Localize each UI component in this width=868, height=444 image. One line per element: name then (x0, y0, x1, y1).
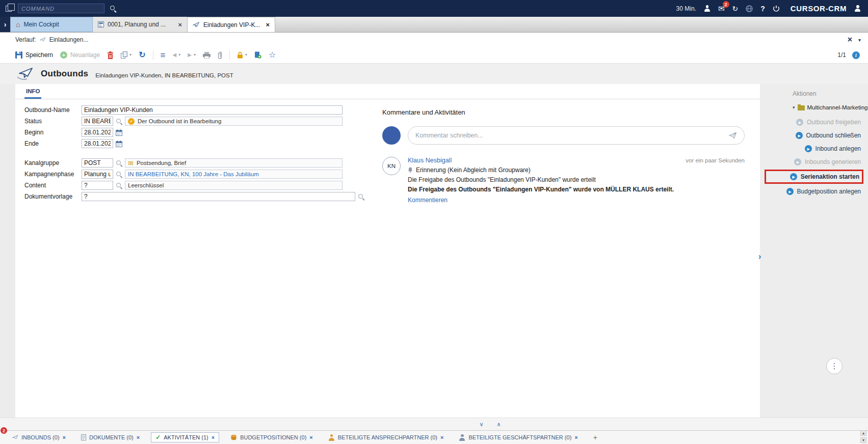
add-tab-button[interactable]: + (589, 433, 601, 441)
panel-expand-icon[interactable]: › (758, 252, 761, 261)
activity-author-link[interactable]: Klaus Nesbigall (408, 157, 452, 164)
new-record-icon: + (60, 51, 67, 59)
delete-button[interactable] (107, 51, 114, 59)
action-outbound-schliessen[interactable]: ▶ Outbound schließen (760, 129, 868, 142)
action-outbound-freigeben[interactable]: ▶ Outbound freigeben (760, 116, 868, 129)
tab-overflow-chevron[interactable]: › (0, 17, 10, 32)
print-button[interactable] (203, 52, 211, 59)
activity-line: Die Freigabe des Outbounds "Einladungen … (408, 186, 745, 193)
close-tab-icon[interactable]: × (212, 435, 215, 440)
reminder-text: Erinnerung (Kein Abgleich mit Groupware) (416, 166, 531, 174)
folder-icon (798, 105, 805, 110)
status-lookup-icon[interactable] (116, 118, 122, 125)
ende-calendar-icon[interactable] (116, 141, 122, 147)
kanalgruppe-lookup-icon[interactable] (116, 160, 122, 166)
window-copy-icon[interactable] (6, 6, 12, 12)
close-view-icon[interactable]: × (848, 36, 852, 44)
tab-mein-cockpit[interactable]: ⌂ Mein Cockpit (10, 17, 93, 32)
lock-button[interactable]: ▾ (237, 51, 247, 59)
field-dokumentvorlage: Dokumentvorlage (24, 191, 368, 202)
activity-line: Die Freigabe des Outbounds "Einladungen … (408, 176, 745, 183)
help-icon[interactable]: ? (760, 5, 765, 13)
kampagnenphase-lookup-icon[interactable] (116, 171, 122, 178)
view-dropdown-icon[interactable]: ▾ (858, 37, 861, 43)
play-icon: ▶ (786, 188, 794, 195)
action-budgetposition-anlegen[interactable]: ▶ Budgetposition anlegen (760, 185, 868, 198)
kampagnenphase-input[interactable] (82, 170, 113, 179)
budget-icon (230, 434, 237, 440)
menu-button[interactable]: ≡ (161, 51, 166, 60)
copy-button[interactable]: ▾ (121, 51, 131, 59)
bottom-tab-inbounds[interactable]: INBOUNDS (0) × (8, 433, 70, 442)
comment-input-box[interactable] (408, 126, 745, 145)
collapse-group-icon[interactable]: ▾ (793, 105, 795, 110)
globe-icon[interactable] (746, 5, 753, 12)
favorite-button[interactable]: ☆ (269, 51, 276, 59)
comment-input[interactable] (415, 132, 725, 139)
bottom-tab-ansprechpartner[interactable]: BETEILIGTE ANSPRECHPARTNER (0) × (324, 433, 448, 442)
ende-input[interactable] (82, 139, 113, 148)
close-tab-icon[interactable]: × (574, 435, 577, 440)
scroll-up-icon[interactable]: ▴ (860, 430, 866, 436)
collapse-panel-icon[interactable]: ∨ (479, 421, 483, 428)
dokumentvorlage-input[interactable] (82, 192, 355, 201)
field-label: Kanalgruppe (24, 159, 82, 166)
refresh-icon[interactable]: ↻ (732, 5, 739, 12)
close-tab-icon[interactable]: × (63, 435, 66, 440)
bottom-tab-aktivitaeten[interactable]: ✓ AKTIVITÄTEN (1) × (151, 432, 219, 442)
save-button[interactable]: Speichern (15, 51, 53, 59)
send-comment-icon[interactable] (729, 132, 737, 139)
verlauf-entry[interactable]: Einladungen... (49, 36, 89, 43)
back-dropdown-icon[interactable]: ▾ (178, 53, 180, 57)
close-tab-icon[interactable]: × (137, 435, 140, 440)
beginn-calendar-icon[interactable] (116, 129, 122, 136)
status-input[interactable] (82, 117, 113, 126)
new-record-button[interactable]: + Neuanlage (60, 51, 100, 59)
attachment-button[interactable] (218, 51, 222, 59)
kanalgruppe-input[interactable] (82, 158, 113, 168)
brand-icon (854, 5, 861, 12)
field-label: Content (24, 182, 82, 189)
mail-badge: 2 (723, 1, 729, 8)
close-tab-icon[interactable]: × (440, 435, 443, 440)
detail-tabs: INFO (15, 84, 760, 99)
content-lookup-icon[interactable] (116, 182, 122, 189)
expand-panel-icon[interactable]: ∧ (497, 421, 501, 428)
forward-dropdown-icon[interactable]: ▾ (194, 53, 196, 57)
command-input[interactable] (18, 4, 104, 13)
dokumentvorlage-lookup-icon[interactable] (358, 193, 364, 200)
actions-group[interactable]: ▾ Multichannel-Marketing (793, 104, 868, 110)
outbound-name-input[interactable] (82, 105, 343, 115)
close-tab-icon[interactable]: × (266, 21, 270, 28)
more-options-button[interactable]: ⋮ (826, 358, 843, 374)
tab-kampagne[interactable]: 0001, Planung und ... × (93, 17, 188, 32)
beginn-input[interactable] (82, 128, 113, 137)
command-search-icon[interactable] (110, 5, 116, 12)
info-icon[interactable]: i (852, 51, 860, 59)
comment-link[interactable]: Kommentieren (408, 197, 448, 204)
user-icon[interactable] (704, 5, 711, 12)
mail-icon[interactable]: ✉ 2 (718, 5, 725, 12)
add-record-button[interactable] (254, 51, 261, 59)
action-serienaktion-starten[interactable]: ▶ Serienaktion starten (765, 170, 863, 184)
back-button[interactable]: ◀ (172, 52, 176, 58)
tab-info[interactable]: INFO (24, 88, 41, 99)
lock-dropdown-icon[interactable]: ▾ (245, 53, 247, 57)
kampagnenphase-link[interactable]: IN BEARBEITUNG, KN, 100 Jahre - Das Jubi… (128, 171, 259, 177)
outbound-tab-icon (193, 22, 200, 27)
tab-einladungen-vip[interactable]: Einladungen VIP-K... × (188, 17, 275, 32)
scroll-down-icon[interactable]: ▾ (860, 437, 866, 443)
reload-button[interactable]: ↻ (139, 51, 145, 59)
close-tab-icon[interactable]: × (178, 21, 182, 28)
action-inbounds-generieren[interactable]: ▶ Inbounds generieren (760, 155, 868, 169)
bottom-tab-dokumente[interactable]: DOKUMENTE (0) × (77, 433, 144, 442)
content-input[interactable] (82, 181, 113, 190)
action-inbound-anlegen[interactable]: ▶ Inbound anlegen (760, 142, 868, 155)
close-tab-icon[interactable]: × (309, 435, 312, 440)
forward-button[interactable]: ▶ (188, 52, 192, 58)
copy-dropdown-icon[interactable]: ▾ (129, 53, 131, 57)
actions-group-label: Multichannel-Marketing (807, 104, 868, 110)
bottom-tab-geschaeftspartner[interactable]: BETEILIGTE GESCHÄFTSPARTNER (0) × (455, 433, 582, 442)
bottom-tab-budgetpositionen[interactable]: BUDGETPOSITIONEN (0) × (226, 433, 317, 442)
power-icon[interactable] (773, 5, 780, 12)
